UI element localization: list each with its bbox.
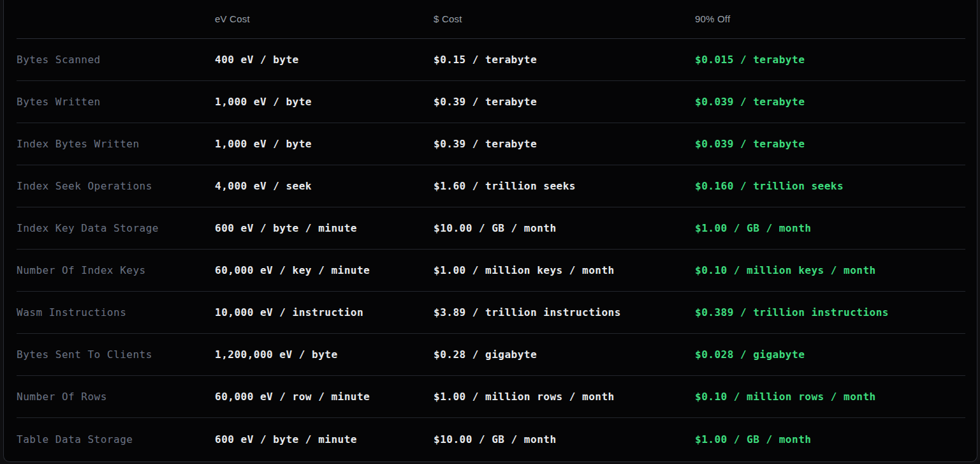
row-label: Number Of Index Keys [17, 264, 215, 276]
ev-cost-value: 10,000 eV / instruction [215, 306, 434, 318]
row-label: Index Seek Operations [17, 180, 215, 192]
row-label: Index Key Data Storage [17, 222, 215, 234]
usd-cost-value: $1.00 / million keys / month [434, 264, 695, 276]
usd-cost-value: $0.15 / terabyte [434, 54, 695, 66]
column-header-usd-cost: $ Cost [434, 13, 695, 24]
discount-value: $0.10 / million rows / month [695, 391, 965, 403]
discount-value: $0.10 / million keys / month [695, 264, 965, 276]
column-header-discount: 90% Off [695, 13, 965, 24]
ev-cost-value: 60,000 eV / row / minute [215, 391, 434, 403]
ev-cost-value: 600 eV / byte / minute [215, 222, 434, 234]
row-label: Number Of Rows [17, 391, 215, 403]
table-row: Bytes Written 1,000 eV / byte $0.39 / te… [17, 81, 965, 123]
ev-cost-value: 1,000 eV / byte [215, 138, 434, 150]
discount-value: $0.039 / terabyte [695, 138, 965, 150]
ev-cost-value: 4,000 eV / seek [215, 180, 434, 192]
discount-value: $1.00 / GB / month [695, 222, 965, 234]
row-label: Wasm Instructions [17, 306, 215, 318]
discount-value: $0.160 / trillion seeks [695, 180, 965, 192]
discount-value: $0.028 / gigabyte [695, 348, 965, 361]
ev-cost-value: 600 eV / byte / minute [215, 433, 434, 445]
table-row: Index Seek Operations 4,000 eV / seek $1… [17, 165, 965, 207]
table-row: Bytes Scanned 400 eV / byte $0.15 / tera… [17, 39, 965, 81]
ev-cost-value: 1,200,000 eV / byte [215, 348, 434, 361]
row-label: Table Data Storage [17, 433, 215, 445]
table-header-row: eV Cost $ Cost 90% Off [17, 0, 965, 39]
row-label: Bytes Written [17, 96, 215, 108]
discount-value: $0.389 / trillion instructions [695, 306, 965, 318]
ev-cost-value: 60,000 eV / key / minute [215, 264, 434, 276]
usd-cost-value: $0.28 / gigabyte [434, 348, 695, 361]
usd-cost-value: $1.60 / trillion seeks [434, 180, 695, 192]
table-row: Number Of Index Keys 60,000 eV / key / m… [17, 250, 965, 292]
usd-cost-value: $1.00 / million rows / month [434, 391, 695, 403]
table-row: Index Bytes Written 1,000 eV / byte $0.3… [17, 123, 965, 165]
usd-cost-value: $3.89 / trillion instructions [434, 306, 695, 318]
pricing-table: eV Cost $ Cost 90% Off Bytes Scanned 400… [3, 0, 977, 462]
usd-cost-value: $0.39 / terabyte [434, 138, 695, 150]
discount-value: $0.015 / terabyte [695, 54, 965, 66]
ev-cost-value: 400 eV / byte [215, 54, 434, 66]
table-row: Table Data Storage 600 eV / byte / minut… [17, 418, 965, 460]
table-row: Wasm Instructions 10,000 eV / instructio… [17, 292, 965, 334]
ev-cost-value: 1,000 eV / byte [215, 96, 434, 108]
usd-cost-value: $10.00 / GB / month [434, 433, 695, 445]
table-row: Number Of Rows 60,000 eV / row / minute … [17, 376, 965, 418]
row-label: Bytes Scanned [17, 54, 215, 66]
discount-value: $0.039 / terabyte [695, 96, 965, 108]
discount-value: $1.00 / GB / month [695, 433, 965, 445]
table-body: Bytes Scanned 400 eV / byte $0.15 / tera… [4, 39, 977, 460]
column-header-ev-cost: eV Cost [215, 13, 434, 24]
table-row: Bytes Sent To Clients 1,200,000 eV / byt… [17, 334, 965, 376]
row-label: Bytes Sent To Clients [17, 348, 215, 361]
usd-cost-value: $10.00 / GB / month [434, 222, 695, 234]
usd-cost-value: $0.39 / terabyte [434, 96, 695, 108]
row-label: Index Bytes Written [17, 138, 215, 150]
table-row: Index Key Data Storage 600 eV / byte / m… [17, 207, 965, 250]
